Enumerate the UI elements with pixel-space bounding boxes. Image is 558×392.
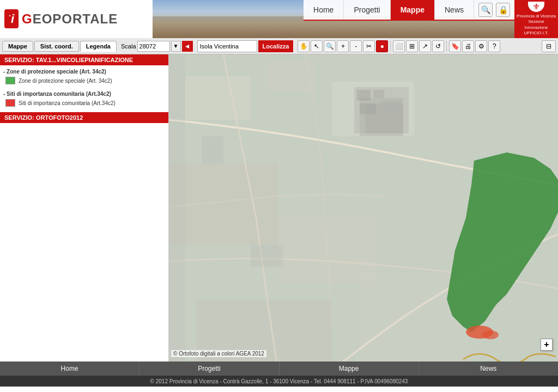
- zoom-out-tool[interactable]: -: [350, 40, 362, 52]
- nav-left-arrow[interactable]: ◄: [182, 41, 193, 52]
- legend-service1-title: SERVIZIO: TAV.1...VINCOLIEPIANIFICAZIONE: [0, 54, 168, 65]
- svg-rect-20: [202, 136, 223, 163]
- measure-tool[interactable]: ✂: [363, 40, 375, 52]
- header-photo: Home Progetti Mappe News 🔍 🔒: [153, 0, 514, 38]
- legend-subsection-2: - Siti di importanza comunitaria (Art.34…: [3, 90, 165, 98]
- tab-legenda[interactable]: Legenda: [80, 41, 117, 52]
- svg-rect-13: [373, 90, 384, 98]
- nav-mappe[interactable]: Mappe: [391, 0, 435, 20]
- logo-vi-badge: ·i: [4, 9, 19, 28]
- help-button[interactable]: ?: [488, 40, 500, 52]
- zoom-in-tool[interactable]: +: [337, 40, 349, 52]
- footer-nav-home[interactable]: Home: [0, 362, 140, 376]
- province-emblem: ⚜: [532, 2, 540, 12]
- nav-news[interactable]: News: [435, 0, 474, 20]
- map-area[interactable]: © Ortofoto digitali a colori AGEA 2012 +: [169, 54, 558, 362]
- svg-rect-19: [169, 54, 185, 362]
- settings-tool[interactable]: ⚙: [475, 40, 487, 52]
- province-text: Provincia di Vicenza Sezione Innovazione…: [517, 14, 556, 36]
- province-shield: ⚜: [528, 2, 544, 12]
- svg-rect-21: [251, 245, 283, 267]
- nav-home[interactable]: Home: [304, 0, 344, 20]
- logo-rest: EOPORTALE: [33, 11, 118, 26]
- legend-label-1: Zone di protezione speciale (Art. 34c2): [19, 78, 112, 84]
- footer-nav-progetti[interactable]: Progetti: [140, 362, 279, 376]
- footer-nav-news[interactable]: News: [419, 362, 558, 376]
- main-content: SERVIZIO: TAV.1...VINCOLIEPIANIFICAZIONE…: [0, 54, 558, 362]
- grid-tool[interactable]: ⊞: [406, 40, 418, 52]
- search-icon-btn[interactable]: 🔍: [478, 3, 493, 17]
- legend-section-2: - Siti di importanza comunitaria (Art.34…: [0, 88, 168, 110]
- province-logo: ⚜ Provincia di Vicenza Sezione Innovazio…: [514, 0, 558, 38]
- legend-subsection-1: - Zone di protezione speciale (Art. 34c2…: [3, 68, 165, 76]
- legend-color-red: [5, 99, 15, 107]
- layers-panel-toggle[interactable]: ⊟: [542, 40, 556, 52]
- svg-point-18: [482, 330, 499, 339]
- legend-section-1: - Zone di protezione speciale (Art. 34c2…: [0, 65, 168, 88]
- legend-item-1: Zone di protezione speciale (Art. 34c2): [3, 76, 165, 85]
- logo-text: GEOPORTALE: [22, 11, 118, 27]
- pan-tool[interactable]: ✋: [298, 40, 310, 52]
- logo-area: ·i GEOPORTALE: [0, 0, 153, 38]
- header: ·i GEOPORTALE Home Progetti Mappe News 🔍…: [0, 0, 558, 38]
- svg-rect-2: [185, 76, 251, 120]
- identify-tool[interactable]: 🔍: [324, 40, 336, 52]
- fullscreen-tool[interactable]: ⬜: [393, 40, 405, 52]
- scale-dropdown[interactable]: ▼: [171, 41, 181, 52]
- nav-progetti[interactable]: Progetti: [344, 0, 390, 20]
- zoom-plus-button[interactable]: +: [541, 339, 553, 351]
- separator-2: [446, 41, 447, 52]
- legend-item-2: Siti di importanza comunitaria (Art.34c2…: [3, 98, 165, 108]
- footer-nav-mappe[interactable]: Mappe: [280, 362, 419, 376]
- toolbar: Mappe Sist. coord. Legenda Scala ▼ ◄ Loc…: [0, 38, 558, 54]
- copyright-text: © 2012 Provincia di Vicenza - Contrà Gaz…: [150, 378, 408, 384]
- footer-nav: Home Progetti Mappe News: [0, 362, 558, 376]
- scale-label: Scala: [121, 43, 136, 50]
- localizza-input[interactable]: [197, 40, 257, 52]
- svg-rect-12: [357, 90, 371, 101]
- map-copyright: © Ortofoto digitali a colori AGEA 2012: [171, 350, 266, 357]
- localizza-button[interactable]: Localizza: [258, 40, 294, 52]
- legend-color-green: [5, 77, 15, 84]
- tab-sist-coord[interactable]: Sist. coord.: [34, 41, 79, 52]
- cursor-tool[interactable]: ↖: [311, 40, 323, 52]
- print-tool[interactable]: 🖨: [462, 40, 474, 52]
- scale-input[interactable]: [137, 41, 170, 52]
- bookmark-tool[interactable]: 🔖: [449, 40, 461, 52]
- svg-rect-15: [381, 101, 401, 114]
- logo-vi-dot: ·: [9, 11, 11, 20]
- tab-mappe[interactable]: Mappe: [2, 41, 33, 52]
- legend-label-2: Siti di importanza comunitaria (Art.34c2…: [19, 100, 116, 106]
- refresh-tool[interactable]: ↺: [432, 40, 444, 52]
- footer-copyright: © 2012 Provincia di Vicenza - Contrà Gaz…: [0, 376, 558, 387]
- user-icon-btn[interactable]: 🔒: [496, 3, 510, 17]
- svg-rect-14: [360, 103, 376, 114]
- stop-tool[interactable]: ●: [376, 40, 388, 52]
- legend-panel: SERVIZIO: TAV.1...VINCOLIEPIANIFICAZIONE…: [0, 54, 169, 362]
- export-tool[interactable]: ↗: [419, 40, 431, 52]
- svg-rect-3: [267, 60, 316, 93]
- nav-bar: Home Progetti Mappe News 🔍 🔒: [304, 0, 514, 21]
- map-svg: [169, 54, 558, 362]
- separator-1: [390, 41, 391, 52]
- logo-geo-letter: G: [22, 11, 33, 26]
- nav-icons: 🔍 🔒: [474, 0, 514, 20]
- legend-service2-title: SERVIZIO: ORTOFOTO2012: [0, 112, 168, 123]
